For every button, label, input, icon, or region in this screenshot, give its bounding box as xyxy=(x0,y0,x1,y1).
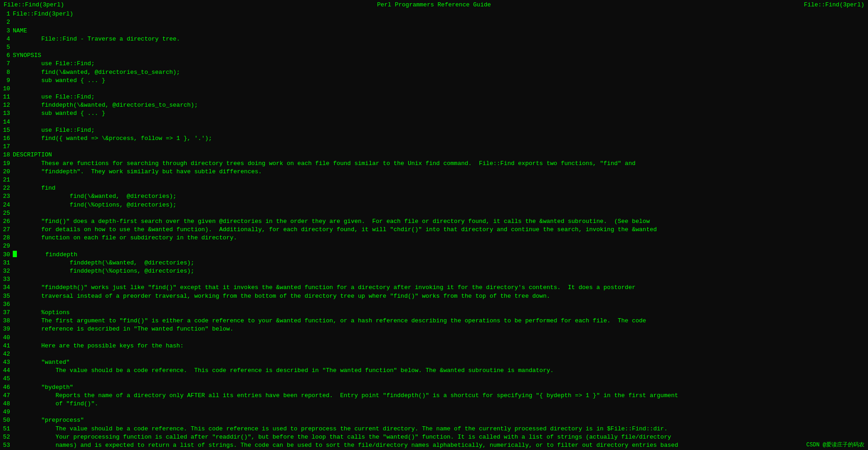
line-number: 33 xyxy=(0,275,13,284)
line-number: 32 xyxy=(0,267,13,275)
line-30: 30 finddepth xyxy=(0,251,868,259)
line-19: 19 These are functions for searching thr… xyxy=(0,160,868,168)
line-number: 53 xyxy=(0,441,13,450)
line-content: find({ wanted => \&process, follow => 1 … xyxy=(13,134,868,143)
line-number: 12 xyxy=(0,101,13,109)
line-number: 38 xyxy=(0,317,13,325)
line-number: 41 xyxy=(0,342,13,350)
line-38: 38 The first argument to "find()" is eit… xyxy=(0,317,868,325)
line-20: 20 "finddepth". They work similarly but … xyxy=(0,168,868,176)
line-content: "wanted" xyxy=(13,358,868,367)
line-number: 1 xyxy=(0,10,13,18)
line-content: sub wanted { ... } xyxy=(13,109,868,118)
line-content: SYNOPSIS xyxy=(13,52,868,60)
line-7: 7 use File::Find; xyxy=(0,60,868,68)
line-content: Here are the possible keys for the hash: xyxy=(13,342,868,350)
line-4: 4 File::Find - Traverse a directory tree… xyxy=(0,35,868,43)
line-27: 27 for details on how to use the &wanted… xyxy=(0,226,868,234)
line-content: finddepth(\&wanted, @directories); xyxy=(13,259,868,267)
line-10: 10 xyxy=(0,85,868,93)
line-number: 19 xyxy=(0,160,13,168)
line-content: find(\&wanted, @directories); xyxy=(13,192,868,201)
line-47: 47 Reports the name of a directory only … xyxy=(0,392,868,400)
line-content: traversal instead of a preorder traversa… xyxy=(13,292,868,300)
line-content: Your preprocessing function is called af… xyxy=(13,433,868,441)
line-content: DESCRIPTION xyxy=(13,151,868,159)
line-number: 20 xyxy=(0,168,13,176)
line-content: NAME xyxy=(13,27,868,35)
line-number: 31 xyxy=(0,259,13,267)
line-content: names) and is expected to return a list … xyxy=(13,441,868,450)
line-number: 17 xyxy=(0,143,13,151)
line-number: 3 xyxy=(0,27,13,35)
line-content: find(\&wanted, @directories_to_search); xyxy=(13,68,868,77)
line-content: The value should be a code reference. Th… xyxy=(13,367,868,375)
top-bar-left: File::Find(3perl) xyxy=(4,1,291,9)
line-28: 28 function on each file or subdirectory… xyxy=(0,234,868,242)
line-number: 21 xyxy=(0,176,13,184)
line-number: 43 xyxy=(0,358,13,367)
line-42: 42 xyxy=(0,350,868,358)
line-15: 15 use File::Find; xyxy=(0,126,868,134)
line-content: for details on how to use the &wanted fu… xyxy=(13,226,868,234)
line-12: 12 finddepth(\&wanted, @directories_to_s… xyxy=(0,101,868,109)
line-number: 49 xyxy=(0,408,13,416)
line-content: These are functions for searching throug… xyxy=(13,160,868,168)
line-content: File::Find - Traverse a directory tree. xyxy=(13,35,868,43)
line-9: 9 sub wanted { ... } xyxy=(0,77,868,85)
line-number: 26 xyxy=(0,217,13,226)
line-content: "bydepth" xyxy=(13,383,868,392)
line-46: 46 "bydepth" xyxy=(0,383,868,392)
line-number: 27 xyxy=(0,226,13,234)
line-6: 6SYNOPSIS xyxy=(0,52,868,60)
line-17: 17 xyxy=(0,143,868,151)
line-content: "find()" does a depth-first search over … xyxy=(13,217,868,226)
line-number: 52 xyxy=(0,433,13,441)
line-13: 13 sub wanted { ... } xyxy=(0,109,868,118)
line-22: 22 find xyxy=(0,184,868,192)
line-50: 50 "preprocess" xyxy=(0,416,868,424)
line-number: 24 xyxy=(0,201,13,209)
line-number: 34 xyxy=(0,284,13,292)
bottom-bar: CSDN @爱读庄子的码农 xyxy=(803,440,868,450)
line-content: %options xyxy=(13,309,868,317)
line-content: The value should be a code reference. Th… xyxy=(13,425,868,433)
line-number: 44 xyxy=(0,367,13,375)
line-49: 49 xyxy=(0,408,868,416)
line-53: 53 names) and is expected to return a li… xyxy=(0,441,868,450)
content-area: 1File::Find(3perl)23NAME4 File::Find - T… xyxy=(0,10,868,450)
line-51: 51 The value should be a code reference.… xyxy=(0,425,868,433)
line-content: "finddepth()" works just like "find()" e… xyxy=(13,284,868,292)
line-18: 18DESCRIPTION xyxy=(0,151,868,159)
line-number: 14 xyxy=(0,118,13,126)
terminal: File::Find(3perl) Perl Programmers Refer… xyxy=(0,0,868,450)
line-content: use File::Find; xyxy=(13,126,868,134)
line-8: 8 find(\&wanted, @directories_to_search)… xyxy=(0,68,868,77)
line-number: 8 xyxy=(0,68,13,77)
line-content: find(\%options, @directories); xyxy=(13,201,868,209)
line-41: 41 Here are the possible keys for the ha… xyxy=(0,342,868,350)
line-content: sub wanted { ... } xyxy=(13,77,868,85)
line-32: 32 finddepth(\%options, @directories); xyxy=(0,267,868,275)
line-25: 25 xyxy=(0,209,868,217)
line-content: "finddepth". They work similarly but hav… xyxy=(13,168,868,176)
line-number: 45 xyxy=(0,375,13,383)
line-content: File::Find(3perl) xyxy=(13,10,868,18)
line-number: 9 xyxy=(0,77,13,85)
line-37: 37 %options xyxy=(0,309,868,317)
line-content: Reports the name of a directory only AFT… xyxy=(13,392,868,400)
line-34: 34 "finddepth()" works just like "find()… xyxy=(0,284,868,292)
line-content: finddepth(\%options, @directories); xyxy=(13,267,868,275)
line-number: 16 xyxy=(0,134,13,143)
line-number: 48 xyxy=(0,400,13,408)
line-number: 2 xyxy=(0,18,13,26)
line-content: "preprocess" xyxy=(13,416,868,424)
top-bar-right: File::Find(3perl) xyxy=(577,1,864,9)
line-number: 15 xyxy=(0,126,13,134)
line-number: 23 xyxy=(0,192,13,201)
line-number: 39 xyxy=(0,325,13,333)
line-content: reference is described in "The wanted fu… xyxy=(13,325,868,333)
line-number: 5 xyxy=(0,43,13,52)
line-16: 16 find({ wanted => \&process, follow =>… xyxy=(0,134,868,143)
line-number: 37 xyxy=(0,309,13,317)
